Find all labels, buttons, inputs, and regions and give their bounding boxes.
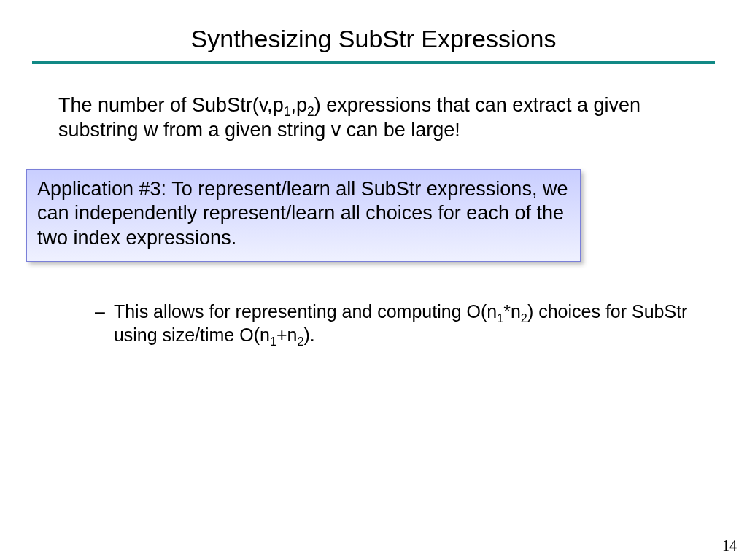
bullet-text: This allows for representing and computi… [114,300,703,347]
bullet-text-part: *n [503,301,521,322]
bullet-text-part: This allows for representing and computi… [114,301,497,322]
subscript-1: 1 [284,104,291,119]
subscript-2: 2 [307,104,314,119]
slide-title: Synthesizing SubStr Expressions [0,0,747,61]
bullet-text-part: +n [276,324,298,345]
bullet-item: – This allows for representing and compu… [95,300,703,347]
slide: Synthesizing SubStr Expressions The numb… [0,0,747,560]
para-text: The number of SubStr(v,p [58,94,284,116]
subscript-n2: 2 [521,311,527,324]
bullet-text-part: ). [303,324,314,345]
subscript-n1b: 1 [270,335,276,348]
application-callout: Application #3: To represent/learn all S… [26,169,581,262]
page-number: 14 [722,537,737,554]
title-rule [32,61,715,64]
bullet-dash: – [95,300,105,324]
para-text: ,p [290,94,307,116]
intro-paragraph: The number of SubStr(v,p1,p2) expression… [58,93,684,143]
subscript-n1: 1 [497,311,503,324]
